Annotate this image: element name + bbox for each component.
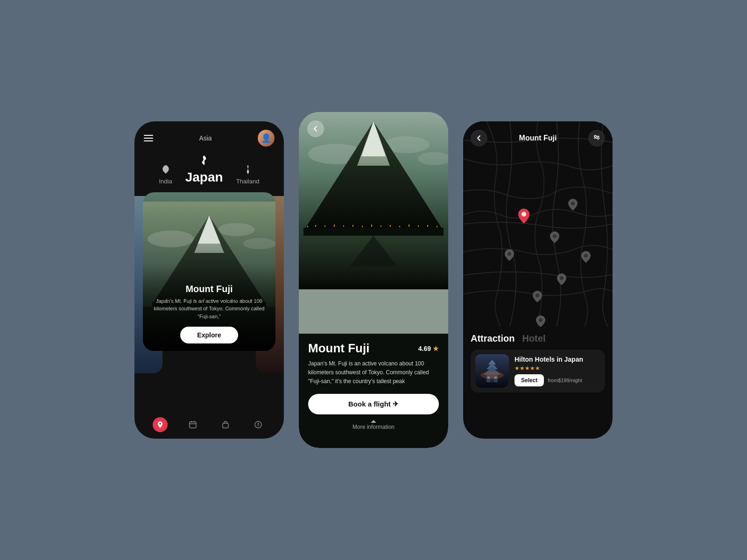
svg-rect-46 <box>381 225 381 227</box>
hotel-price: from$199/night <box>548 378 582 383</box>
thailand-icon <box>242 163 254 176</box>
svg-rect-49 <box>409 224 409 227</box>
p2-description: Japan's Mt. Fuji is an active volcano ab… <box>308 359 439 386</box>
hotel-card: Hilton Hotels in Japan ★★★★★ Select from… <box>471 350 605 392</box>
svg-point-66 <box>594 135 596 137</box>
region-label: Asia <box>199 134 211 142</box>
p2-back-button[interactable] <box>307 120 324 137</box>
svg-rect-42 <box>343 225 344 227</box>
japan-label: Japan <box>185 170 223 185</box>
svg-rect-50 <box>418 225 419 227</box>
nav-bag[interactable] <box>218 417 233 432</box>
svg-rect-52 <box>437 226 437 227</box>
svg-rect-38 <box>307 226 308 227</box>
svg-point-62 <box>536 294 539 297</box>
p2-hero <box>299 112 448 289</box>
chevron-up-icon <box>371 420 376 423</box>
p2-title: Mount Fuji <box>308 341 369 356</box>
svg-point-2 <box>218 223 255 236</box>
thailand-label: Thailand <box>236 178 260 185</box>
nav-location[interactable] <box>153 417 168 432</box>
pin-3[interactable] <box>568 198 578 212</box>
svg-marker-28 <box>257 422 259 425</box>
svg-rect-45 <box>371 224 372 227</box>
country-japan[interactable]: Japan <box>185 155 223 185</box>
svg-rect-73 <box>490 378 494 382</box>
svg-point-56 <box>521 212 526 217</box>
p3-title: Mount Fuji <box>519 134 557 142</box>
map-area <box>463 121 613 327</box>
avatar[interactable]: 👤 <box>258 130 275 147</box>
pin-6[interactable] <box>532 290 543 304</box>
pin-5[interactable] <box>557 273 567 287</box>
india-label: India <box>159 178 172 185</box>
card-bottom: Mount Fuji Japan's Mt. Fuji is an active… <box>143 265 275 351</box>
tab-hotel[interactable]: Hotel <box>522 333 545 344</box>
svg-marker-29 <box>257 425 259 427</box>
screens-container: Asia 👤 India Japan <box>134 112 613 448</box>
phone-2: Mount Fuji 4.69 ★ Japan's Mt. Fuji is an… <box>299 112 448 448</box>
pin-2[interactable] <box>504 249 514 263</box>
p3-back-button[interactable] <box>471 130 487 147</box>
svg-rect-43 <box>352 225 353 227</box>
svg-point-76 <box>480 371 504 379</box>
p3-filter-button[interactable] <box>588 130 605 147</box>
hotel-image <box>475 354 509 388</box>
main-card: Mount Fuji Japan's Mt. Fuji is an active… <box>143 192 275 351</box>
svg-point-59 <box>571 202 575 205</box>
p2-inner: Mount Fuji 4.69 ★ Japan's Mt. Fuji is an… <box>299 112 448 448</box>
nav-compass[interactable] <box>251 417 266 432</box>
p3-header: Mount Fuji <box>463 121 613 147</box>
svg-point-67 <box>597 137 599 139</box>
p2-title-row: Mount Fuji 4.69 ★ <box>308 341 439 356</box>
p1-header: Asia 👤 <box>134 121 284 151</box>
svg-point-1 <box>148 231 194 247</box>
nav-calendar[interactable] <box>185 417 200 432</box>
svg-point-58 <box>507 252 511 256</box>
p3-bottom: Attraction Hotel <box>463 327 613 399</box>
pin-1[interactable] <box>550 231 560 245</box>
svg-rect-40 <box>324 225 325 227</box>
india-icon <box>160 163 171 176</box>
hotel-actions: Select from$199/night <box>514 374 600 386</box>
svg-rect-47 <box>390 225 391 227</box>
tab-attraction[interactable]: Attraction <box>471 333 514 344</box>
star-icon: ★ <box>433 345 439 352</box>
country-india[interactable]: India <box>159 163 172 185</box>
svg-point-57 <box>553 234 557 238</box>
svg-rect-22 <box>190 422 196 428</box>
hamburger-icon[interactable] <box>144 135 153 141</box>
svg-rect-44 <box>362 226 363 227</box>
svg-rect-39 <box>315 225 316 227</box>
pin-7[interactable] <box>536 315 546 327</box>
phone-1: Asia 👤 India Japan <box>134 121 284 439</box>
phone-3: Mount Fuji Attraction Hotel <box>463 121 613 439</box>
main-pin[interactable] <box>517 208 531 226</box>
svg-point-63 <box>539 318 543 322</box>
attraction-tabs: Attraction Hotel <box>471 333 605 344</box>
book-flight-button[interactable]: Book a flight ✈ <box>308 394 439 414</box>
pin-4[interactable] <box>581 251 591 265</box>
svg-rect-26 <box>223 423 228 428</box>
svg-point-61 <box>560 276 564 280</box>
svg-rect-51 <box>427 225 428 227</box>
card-title: Mount Fuji <box>150 284 268 294</box>
card-description: Japan's Mt. Fuji is an active volcano ab… <box>150 297 268 321</box>
p2-rating: 4.69 ★ <box>418 345 439 352</box>
country-thailand[interactable]: Thailand <box>236 163 260 185</box>
hotel-stars: ★★★★★ <box>514 365 600 371</box>
svg-point-60 <box>584 254 588 258</box>
svg-point-3 <box>243 238 275 249</box>
hotel-info: Hilton Hotels in Japan ★★★★★ Select from… <box>514 356 600 386</box>
more-information[interactable]: More information <box>308 420 439 430</box>
select-button[interactable]: Select <box>514 374 544 386</box>
bottom-nav <box>134 411 284 439</box>
explore-button[interactable]: Explore <box>180 327 238 343</box>
country-selector: India Japan Thailand <box>134 151 284 190</box>
hotel-name: Hilton Hotels in Japan <box>514 356 600 363</box>
svg-rect-41 <box>334 224 335 227</box>
japan-icon <box>198 155 210 168</box>
svg-rect-48 <box>399 226 400 227</box>
